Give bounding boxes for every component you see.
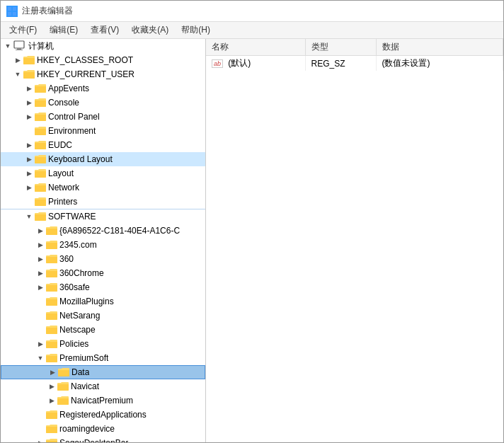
toggle-360safe[interactable]: ▶ <box>35 280 46 294</box>
label-roamingdevice: roamingdevice <box>59 424 115 434</box>
tree-item-printers[interactable]: Printers <box>1 195 205 209</box>
menu-view[interactable]: 查看(V) <box>85 23 125 38</box>
svg-rect-2 <box>8 12 11 16</box>
toggle-hkcr[interactable]: ▶ <box>12 53 23 67</box>
label-printers: Printers <box>48 197 77 207</box>
toggle-layout[interactable]: ▶ <box>23 166 35 180</box>
tree-item-360chrome[interactable]: ▶ 360Chrome <box>1 266 205 280</box>
folder-icon-netscape <box>46 325 57 335</box>
label-360: 360 <box>59 254 74 264</box>
detail-name-cell: ab (默认) <box>206 56 305 71</box>
tree-item-keyboardlayout[interactable]: ▶ Keyboard Layout <box>1 152 205 166</box>
tree-item-layout[interactable]: ▶ Layout <box>1 166 205 180</box>
toggle-hkcu[interactable]: ▼ <box>12 67 23 81</box>
tree-item-eudc[interactable]: ▶ EUDC <box>1 138 205 152</box>
detail-table: 名称 类型 数据 ab (默认) REG_SZ (数值未设置) <box>206 39 503 71</box>
detail-row[interactable]: ab (默认) REG_SZ (数值未设置) <box>206 56 503 71</box>
tree-item-registeredapps[interactable]: RegisteredApplications <box>1 408 205 422</box>
toggle-360[interactable]: ▶ <box>35 252 46 266</box>
menu-favorites[interactable]: 收藏夹(A) <box>126 23 174 38</box>
computer-icon <box>13 40 26 52</box>
toggle-keyboardlayout[interactable]: ▶ <box>23 152 35 166</box>
label-hkcu: HKEY_CURRENT_USER <box>37 69 134 79</box>
toggle-eudc[interactable]: ▶ <box>23 138 35 152</box>
folder-icon-network <box>35 183 46 192</box>
main-content: ▼ 计算机 ▶ HKEY_CLASSES_ROOT <box>1 39 503 442</box>
computer-label: 计算机 <box>28 40 54 52</box>
tree-item-hkcr[interactable]: ▶ HKEY_CLASSES_ROOT <box>1 53 205 67</box>
label-mozillaplugins: MozillaPlugins <box>59 297 114 306</box>
svg-rect-6 <box>16 50 23 50</box>
tree-item-360[interactable]: ▶ 360 <box>1 252 205 266</box>
tree-item-mozillaplugins[interactable]: MozillaPlugins <box>1 294 205 309</box>
toggle-navicatpremium[interactable]: ▶ <box>46 393 57 408</box>
tree-item-network[interactable]: ▶ Network <box>1 180 205 195</box>
tree-item-policies[interactable]: ▶ Policies <box>1 337 205 351</box>
title-bar: 注册表编辑器 <box>1 1 503 22</box>
col-data: 数据 <box>376 39 503 56</box>
folder-icon-printers <box>35 197 46 207</box>
label-premiumsoft: PremiumSoft <box>59 353 108 363</box>
toggle-guid[interactable]: ▶ <box>35 224 46 238</box>
label-controlpanel: Control Panel <box>48 112 100 122</box>
toggle-data[interactable]: ▶ <box>47 365 58 379</box>
menu-edit[interactable]: 编辑(E) <box>44 23 84 38</box>
tree-item-controlpanel[interactable]: ▶ Control Panel <box>1 110 205 124</box>
toggle-2345com[interactable]: ▶ <box>35 238 46 252</box>
folder-icon-mozillaplugins <box>46 297 57 306</box>
tree-item-netsarang[interactable]: NetSarang <box>1 309 205 323</box>
folder-icon-policies <box>46 339 57 349</box>
toggle-console[interactable]: ▶ <box>23 96 35 110</box>
svg-rect-0 <box>8 7 11 11</box>
menu-file[interactable]: 文件(F) <box>4 23 42 38</box>
tree-item-navicat[interactable]: ▶ Navicat <box>1 379 205 393</box>
tree-item-2345com[interactable]: ▶ 2345.com <box>1 238 205 252</box>
tree-item-data[interactable]: ▶ Data <box>1 365 205 379</box>
tree-item-hkcu[interactable]: ▼ HKEY_CURRENT_USER <box>1 67 205 81</box>
folder-icon-hkcr <box>23 55 35 65</box>
folder-icon-navicat <box>57 381 69 391</box>
label-hkcr: HKEY_CLASSES_ROOT <box>37 55 133 65</box>
tree-item-guid[interactable]: ▶ {6A896522-C181-40E4-A1C6-C <box>1 224 205 238</box>
label-eudc: EUDC <box>48 140 72 150</box>
computer-root[interactable]: ▼ 计算机 <box>1 39 205 53</box>
menu-help[interactable]: 帮助(H) <box>176 23 216 38</box>
tree-item-software[interactable]: ▼ SOFTWARE <box>1 209 205 224</box>
toggle-software[interactable]: ▼ <box>23 209 35 224</box>
tree-item-360safe[interactable]: ▶ 360safe <box>1 280 205 294</box>
tree-item-environment[interactable]: Environment <box>1 124 205 138</box>
toggle-sogoudesktopbar[interactable]: ▶ <box>35 436 46 442</box>
label-360chrome: 360Chrome <box>59 268 104 278</box>
tree-item-roamingdevice[interactable]: roamingdevice <box>1 422 205 436</box>
tree-item-premiumsoft[interactable]: ▼ PremiumSoft <box>1 351 205 365</box>
label-software: SOFTWARE <box>48 212 96 222</box>
svg-rect-1 <box>13 7 16 11</box>
label-netscape: Netscape <box>59 325 96 335</box>
folder-icon-guid <box>46 226 57 236</box>
tree-panel[interactable]: ▼ 计算机 ▶ HKEY_CLASSES_ROOT <box>1 39 206 442</box>
label-layout: Layout <box>48 168 74 178</box>
detail-panel: 名称 类型 数据 ab (默认) REG_SZ (数值未设置) <box>206 39 503 442</box>
folder-icon-keyboardlayout <box>35 154 46 164</box>
toggle-policies[interactable]: ▶ <box>35 337 46 351</box>
tree-item-appevents[interactable]: ▶ AppEvents <box>1 81 205 96</box>
toggle-network[interactable]: ▶ <box>23 180 35 195</box>
detail-data-cell: (数值未设置) <box>376 56 503 71</box>
toggle-360chrome[interactable]: ▶ <box>35 266 46 280</box>
folder-icon-netsarang <box>46 311 57 321</box>
tree-item-netscape[interactable]: Netscape <box>1 323 205 337</box>
folder-icon-2345com <box>46 240 57 250</box>
tree-item-console[interactable]: ▶ Console <box>1 96 205 110</box>
label-netsarang: NetSarang <box>59 311 100 321</box>
tree-item-sogoudesktopbar[interactable]: ▶ SogouDesktopBar <box>1 436 205 442</box>
label-navicat: Navicat <box>71 381 99 391</box>
toggle-controlpanel[interactable]: ▶ <box>23 110 35 124</box>
menu-bar: 文件(F) 编辑(E) 查看(V) 收藏夹(A) 帮助(H) <box>1 22 503 39</box>
tree-item-navicatpremium[interactable]: ▶ NavicatPremium <box>1 393 205 408</box>
toggle-computer[interactable]: ▼ <box>2 39 13 53</box>
toggle-premiumsoft[interactable]: ▼ <box>35 351 46 365</box>
label-console: Console <box>48 98 79 108</box>
toggle-navicat[interactable]: ▶ <box>46 379 57 393</box>
toggle-appevents[interactable]: ▶ <box>23 81 35 96</box>
label-keyboardlayout: Keyboard Layout <box>48 154 113 164</box>
